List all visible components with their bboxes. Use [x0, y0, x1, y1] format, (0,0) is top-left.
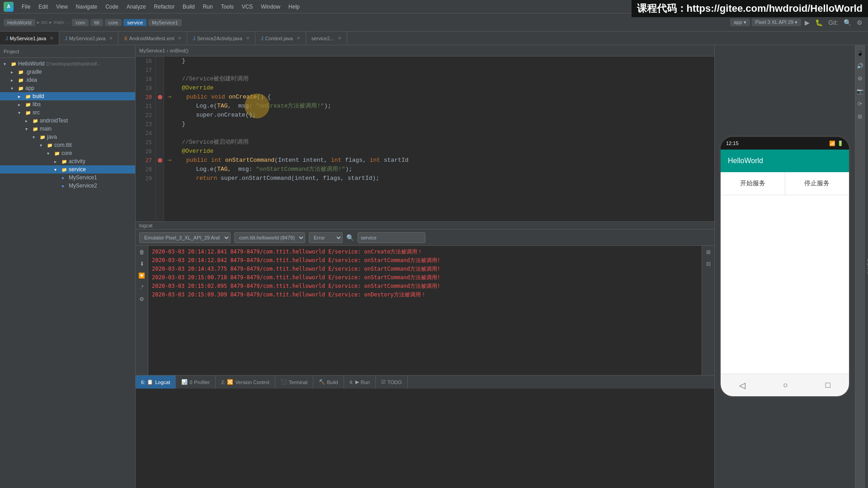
- annotation-19: @Override: [168, 84, 213, 93]
- tree-myservice1[interactable]: ● MyService1: [0, 174, 135, 182]
- tab-service2[interactable]: service2... ✕: [306, 32, 347, 45]
- logcat-search-input[interactable]: [358, 232, 425, 243]
- folder-icon11: 📁: [47, 143, 54, 148]
- menu-tools[interactable]: Tools: [217, 3, 237, 11]
- menu-analyze[interactable]: Analyze: [123, 3, 150, 11]
- tab-logcat[interactable]: 6: 📋 Logcat: [136, 375, 176, 389]
- tree-app[interactable]: ▾ 📁 app: [0, 84, 135, 92]
- tab-myservice2-close[interactable]: ✕: [109, 36, 113, 41]
- tab-build[interactable]: 🔨 Build: [313, 375, 344, 389]
- toolbar-search-btn[interactable]: 🔍: [842, 19, 853, 26]
- tree-service[interactable]: ▾ 📁 service: [0, 165, 135, 174]
- tree-libs-label: libs: [33, 101, 41, 108]
- gutter: [156, 56, 164, 221]
- logcat-device-select[interactable]: Emulator Pixel_3_XL_API_29 And: [139, 232, 231, 243]
- tree-idea[interactable]: ▸ 📁 .idea: [0, 76, 135, 84]
- tab-version-control[interactable]: 2: 🔀 Version Control: [216, 375, 275, 389]
- tab-myservice2[interactable]: J MyService2.java ✕: [59, 32, 118, 45]
- logcat-right-toolbar: ⊞ ⊟: [702, 246, 714, 375]
- code-line-23: }: [168, 120, 711, 129]
- clear-logcat-btn[interactable]: 🗑: [137, 248, 146, 257]
- tab-manifest[interactable]: X AndroidManifest.xml ✕: [118, 32, 187, 45]
- phone-app-bar: HelloWorld: [721, 150, 849, 172]
- menu-window[interactable]: Window: [257, 3, 284, 11]
- menu-refactor[interactable]: Refactor: [151, 3, 178, 11]
- regex-btn[interactable]: .*: [137, 283, 146, 292]
- phone-recents-btn[interactable]: □: [826, 380, 830, 390]
- tree-build[interactable]: ▸ 📁 build: [0, 92, 135, 100]
- toolbar-service[interactable]: service: [123, 19, 146, 26]
- tree-main[interactable]: ▾ 📁 main: [0, 125, 135, 133]
- layout-icon[interactable]: ⊞: [704, 248, 713, 257]
- right-icon-6[interactable]: ⊞: [855, 112, 864, 121]
- phone-start-service-btn[interactable]: 开始服务: [721, 172, 785, 195]
- expand-icon3: ▸: [11, 78, 18, 83]
- code-content[interactable]: } //Service被创建时调用 @Override → public voi…: [164, 56, 714, 221]
- tab-manifest-close[interactable]: ✕: [178, 36, 181, 41]
- toolbar-project[interactable]: HelloWorld: [4, 19, 35, 26]
- menu-help[interactable]: Help: [285, 3, 303, 11]
- settings-btn[interactable]: ⚙: [137, 295, 146, 304]
- tab-run[interactable]: 4: ▶ Run: [344, 375, 376, 389]
- filter-btn[interactable]: 🔽: [137, 271, 146, 280]
- logcat-title: logcat: [139, 223, 152, 228]
- tree-gradle[interactable]: ▸ 📁 .gradle: [0, 68, 135, 76]
- tab-terminal[interactable]: ⬛ Terminal: [275, 375, 314, 389]
- right-icon-1[interactable]: 📱: [855, 49, 864, 58]
- phone-home-btn[interactable]: ○: [783, 380, 788, 390]
- tree-helloworld[interactable]: ▾ 📁 HelloWorld D:\workspace\ttit\android…: [0, 60, 135, 68]
- tree-java[interactable]: ▾ 📁 java: [0, 133, 135, 141]
- code-editor[interactable]: 16 17 18 19 20 21 22 23 24 25 26 27 28 2…: [136, 56, 714, 221]
- tree-myservice2[interactable]: ● MyService2: [0, 182, 135, 190]
- code-line-17: [168, 66, 711, 75]
- tab-myservice1-close[interactable]: ✕: [50, 36, 53, 41]
- tab-todo[interactable]: ☑ TODO: [376, 375, 408, 389]
- expand-icon4: ▾: [11, 86, 18, 91]
- menu-build[interactable]: Build: [179, 3, 198, 11]
- right-icon-2[interactable]: 🔊: [855, 61, 864, 70]
- toolbar-core[interactable]: core: [105, 19, 122, 26]
- tree-src[interactable]: ▾ 📁 src: [0, 108, 135, 117]
- toolbar-device[interactable]: Pixel 3 XL API 29 ▾: [752, 19, 802, 26]
- tree-activity[interactable]: ▸ 📁 activity: [0, 157, 135, 165]
- tab-service2-close[interactable]: ✕: [338, 36, 341, 41]
- scroll-end-btn[interactable]: ⬇: [137, 259, 146, 268]
- phone-stop-service-btn[interactable]: 停止服务: [785, 172, 849, 195]
- code-line-29: return super.onStartCommand(intent, flag…: [168, 174, 711, 183]
- toolbar-app[interactable]: app ▾: [730, 19, 750, 26]
- tree-comttit[interactable]: ▾ 📁 com.ttit: [0, 141, 135, 149]
- menu-navigate[interactable]: Navigate: [72, 3, 101, 11]
- tab-myservice1[interactable]: J MyService1.java ✕: [0, 32, 59, 45]
- menu-view[interactable]: View: [52, 3, 71, 11]
- menu-file[interactable]: File: [18, 3, 34, 11]
- toolbar-debug-btn[interactable]: 🐛: [813, 19, 825, 26]
- toolbar-com[interactable]: com: [72, 19, 89, 26]
- menu-code[interactable]: Code: [102, 3, 122, 11]
- toolbar-settings-btn[interactable]: ⚙: [855, 19, 864, 26]
- tab-service2activity[interactable]: J Service2Activity.java ✕: [187, 32, 255, 45]
- right-icon-4[interactable]: 📷: [855, 87, 864, 96]
- tree-androidtest[interactable]: ▸ 📁 androidTest: [0, 117, 135, 125]
- explorer-tab[interactable]: Explorer: [864, 45, 868, 488]
- tab-profiler[interactable]: 📊 0 Profiler: [176, 375, 216, 389]
- right-icon-5[interactable]: ⟳: [855, 99, 864, 108]
- bottom-panel: logcat Emulator Pixel_3_XL_API_29 And co…: [136, 221, 714, 375]
- phone-back-btn[interactable]: ◁: [739, 380, 745, 390]
- logcat-package-select[interactable]: com.ttit.helloworld (8479): [234, 232, 305, 243]
- tab-context-close[interactable]: ✕: [297, 36, 300, 41]
- toolbar-ttit[interactable]: ttit: [90, 19, 103, 26]
- toolbar-run-btn[interactable]: ▶: [803, 19, 811, 26]
- tree-libs[interactable]: ▸ 📁 libs: [0, 100, 135, 108]
- menu-edit[interactable]: Edit: [35, 3, 52, 11]
- menu-vcs[interactable]: VCS: [238, 3, 257, 11]
- tree-service-label: service: [69, 166, 86, 173]
- toolbar-myservice1[interactable]: MyService1: [148, 19, 181, 26]
- java-icon2: ●: [61, 183, 69, 188]
- tab-context[interactable]: J Context.java ✕: [255, 32, 306, 45]
- right-icon-3[interactable]: ⚙: [855, 74, 864, 83]
- menu-run[interactable]: Run: [199, 3, 217, 11]
- expand-icon-right[interactable]: ⊟: [704, 259, 713, 268]
- tab-service2activity-close[interactable]: ✕: [246, 36, 250, 41]
- tree-core[interactable]: ▾ 📁 core: [0, 149, 135, 157]
- logcat-level-select[interactable]: Error Verbose Debug Info Warn: [309, 232, 343, 243]
